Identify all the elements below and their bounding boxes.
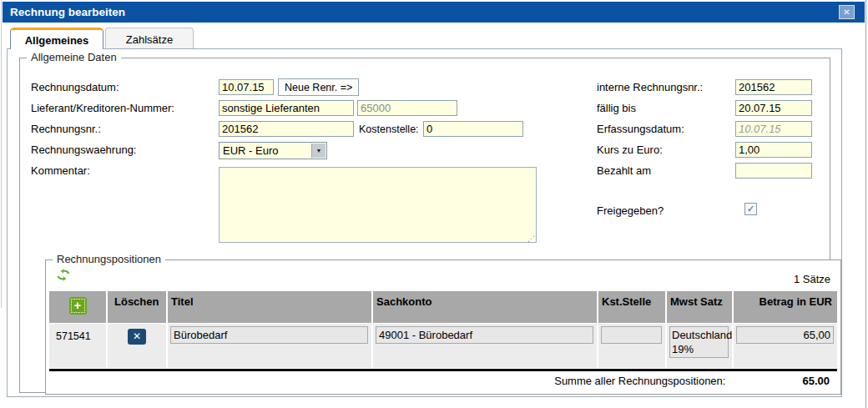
tab-content-panel: Allgemeine Daten Rechnungsdatum: Liefera… [7, 48, 842, 397]
position-table-row: 571541 ✕ Deutschland [49, 324, 837, 368]
interne-rechnungsnr-input[interactable] [735, 79, 812, 95]
dropdown-arrow-icon: ▼ [311, 144, 326, 158]
lieferant-input[interactable] [219, 100, 354, 116]
bezahlt-am-input[interactable] [735, 163, 812, 179]
faellig-bis-input[interactable] [735, 100, 812, 116]
dialog-titlebar: Rechnung bearbeiten ✕ [3, 2, 865, 23]
waehrung-label: Rechnungswaehrung: [31, 144, 136, 156]
header-cell-sachkonto: Sachkonto [373, 291, 597, 323]
betrag-input[interactable] [736, 326, 834, 344]
header-cell-kststelle: Kst.Stelle [598, 291, 665, 323]
summary-label: Summe aller Rechnungspositionen: [554, 375, 725, 387]
rechnungsnr-label: Rechnungsnr.: [31, 123, 101, 135]
header-cell-mwst: Mwst Satz [667, 291, 732, 323]
kostenstelle-label: Kostenstelle: [359, 123, 419, 135]
mwst-rate: 19% [672, 342, 726, 356]
lieferant-label: Lieferant/Kreditoren-Nummer: [31, 102, 174, 114]
row-betrag-cell [734, 324, 837, 368]
header-cell-titel: Titel [168, 291, 371, 323]
close-icon[interactable]: ✕ [839, 5, 855, 19]
refresh-icon[interactable] [56, 269, 71, 282]
row-sachkonto-cell [373, 324, 597, 368]
kurs-label: Kurs zu Euro: [597, 144, 663, 156]
erfassungsdatum-input [735, 121, 812, 137]
allgemeine-daten-fieldset: Allgemeine Daten Rechnungsdatum: Liefera… [19, 58, 830, 393]
freigegeben-label: Freigegeben? [597, 204, 664, 217]
rechnungsdatum-label: Rechnungsdatum: [31, 81, 119, 93]
positions-summary-row: Summe aller Rechnungspositionen: 65.00 [49, 371, 837, 390]
delete-row-button[interactable]: ✕ [128, 329, 146, 345]
summary-value: 65.00 [802, 375, 837, 387]
rechnungspositionen-legend: Rechnungspositionen [53, 253, 165, 265]
neue-renr-button[interactable]: Neue Renr. => [278, 78, 359, 96]
add-row-button[interactable]: + [69, 297, 87, 315]
row-delete-cell: ✕ [108, 324, 166, 368]
row-titel-cell [168, 324, 371, 368]
dialog-title: Rechnung bearbeiten [10, 6, 125, 18]
mwst-country: Deutschland [672, 328, 726, 342]
kststelle-input[interactable] [601, 326, 662, 344]
allgemeine-daten-legend: Allgemeine Daten [27, 51, 121, 63]
header-cell-betrag: Betrag in EUR [734, 291, 837, 323]
rechnungsdatum-input[interactable] [219, 79, 274, 95]
sachkonto-input[interactable] [376, 326, 593, 344]
kommentar-textarea[interactable] [219, 167, 537, 243]
tab-allgemeines[interactable]: Allgemeines [10, 28, 103, 49]
mwst-satz-field[interactable]: Deutschland 19% [669, 326, 729, 358]
tab-zahlsaetze[interactable]: Zahlsätze [105, 28, 194, 48]
header-cell-loeschen: Löschen [108, 291, 166, 323]
waehrung-selected-value: EUR - Euro [223, 144, 278, 157]
kreditoren-nummer-input[interactable] [357, 100, 457, 116]
interne-rechnungsnr-label: interne Rechnungsnr.: [597, 81, 703, 93]
rechnungsnr-input[interactable] [219, 121, 354, 137]
kommentar-label: Kommentar: [31, 164, 90, 177]
rechnungspositionen-fieldset: Rechnungspositionen 1 Sätze + Löschen Ti… [45, 259, 841, 395]
titel-input[interactable] [170, 326, 368, 344]
faellig-bis-label: fällig bis [597, 102, 636, 114]
window-left-edge [1, 0, 2, 308]
bezahlt-am-label: Bezahlt am [597, 164, 651, 177]
rechnung-bearbeiten-dialog: Rechnung bearbeiten ✕ Allgemeines Zahlsä… [0, 0, 868, 408]
checkmark-icon: ✓ [747, 204, 754, 214]
kostenstelle-input[interactable] [423, 121, 523, 137]
row-id: 571541 [49, 324, 106, 368]
row-mwst-cell: Deutschland 19% [667, 324, 732, 368]
window-right-edge [865, 0, 866, 408]
header-cell-add: + [49, 291, 106, 323]
freigegeben-checkbox[interactable]: ✓ [744, 203, 757, 215]
row-count: 1 Sätze [794, 273, 830, 285]
waehrung-select[interactable]: EUR - Euro ▼ [219, 142, 327, 159]
erfassungsdatum-label: Erfassungsdatum: [597, 123, 684, 135]
row-kststelle-cell [598, 324, 665, 368]
positions-table-header: + Löschen Titel Sachkonto Kst.Stelle Mws… [49, 291, 837, 323]
kurs-input[interactable] [735, 142, 812, 158]
